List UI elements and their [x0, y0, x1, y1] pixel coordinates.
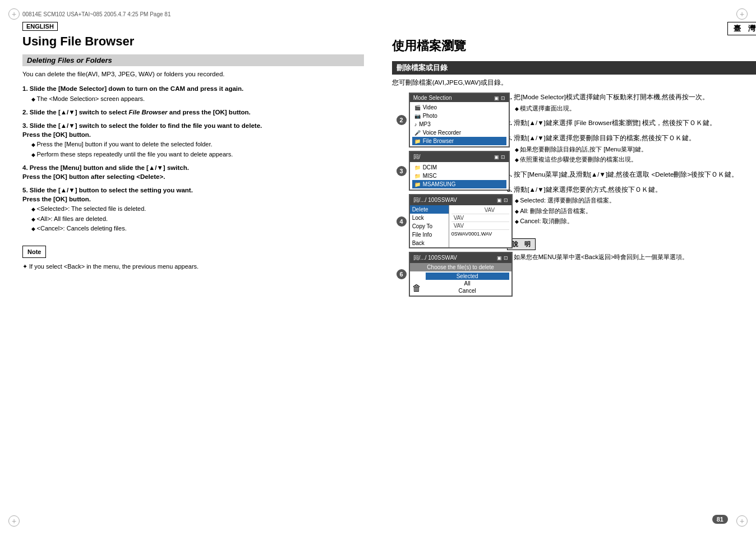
trash-icon: 🗑 — [412, 283, 421, 293]
step-3-bullets: Press the [Menu] button if you want to d… — [22, 140, 364, 159]
screen2-item-mp3: ♪ MP3 — [412, 120, 506, 128]
zh-step-3-bullets: 如果您要刪除該目錄的話,按下 [Menu菜單]鍵。 依照重複這些步驟使您要刪除的… — [507, 145, 756, 164]
file-option-wav3: VAV — [454, 223, 464, 229]
screen4-title: 回/.../ 100SSWAV — [413, 196, 457, 204]
delete-options: 🗑 Selected All Cancel — [410, 271, 511, 296]
taiwan-badge: 臺 灣 — [727, 22, 756, 35]
screen3-item-msamsung: MSAMSUNG — [412, 180, 506, 188]
screen3-icons: ▣ ⊡ — [494, 154, 505, 160]
zh-step-5-bullet-3: Cancel: 取消刪除。 — [515, 216, 756, 226]
file-option-wav2: VAV — [454, 215, 464, 221]
device-screen-3: 回/ ▣ ⊡ DCIM MISC — [409, 151, 510, 191]
screen3-item-misc: MISC — [412, 172, 506, 180]
file-name-display: 0SWAV0001.WAV — [451, 231, 509, 237]
file-option-wav1: VAV — [485, 207, 495, 213]
intro-text-en: You can delete the file(AVI, MP3, JPEG, … — [22, 70, 364, 79]
screen4-menu: Delete Lock Copy To File Info Back — [410, 205, 449, 247]
step-3-bullet-1: Press the [Menu] button if you want to d… — [31, 140, 364, 149]
screen6-icons: ▣ ⊡ — [497, 255, 508, 261]
menu-copyto: Copy To — [410, 222, 449, 230]
reg-mark-bl — [8, 515, 20, 527]
step-circle-4: 4 — [397, 216, 407, 227]
step-5-bullet-3: <Cancel>: Cancels deleting files. — [31, 224, 364, 233]
del-opt-all: All — [426, 280, 509, 287]
screen2-icons: ▣ ⊡ — [494, 95, 505, 101]
screen4-files: VAV VAV VAV 0SWAV0001.WAV — [449, 205, 511, 247]
step-2-en: 2. Slide the [▲/▼] switch to select File… — [22, 108, 364, 117]
file-option-3: VAV — [451, 222, 509, 230]
screen3-header: 回/ ▣ ⊡ — [410, 152, 509, 162]
step-4-en: 4. Press the [Menu] button and slide the… — [22, 163, 364, 181]
main-layout: ENGLISH Using File Browser Deleting File… — [22, 22, 734, 297]
page-container: 00814E SCM102 USA+TAI~085 2005.4.7 4:25 … — [0, 0, 756, 535]
step-3-extra: Press the [OK] button. — [22, 131, 91, 138]
zh-step-5-bullets: Selected: 選擇要刪除的語音檔案。 All: 刪除全部的語音檔案。 Ca… — [507, 196, 756, 226]
note-zh-container: 說 明 如果您在MENU菜單中選<Back返回>時會回到上一個菜單選項。 — [507, 234, 756, 262]
file-option-1: VAV — [451, 206, 509, 214]
middle-layout: 2 Mode Selection ▣ ⊡ 🎬 Video — [392, 93, 756, 297]
filebrowser-icon: 📁 — [414, 139, 421, 144]
step-3-en: 3. Slide the [▲/▼] switch to select the … — [22, 121, 364, 159]
page-number: 81 — [712, 515, 728, 524]
screen6-header: 回/.../ 100SSWAV ▣ ⊡ — [410, 253, 511, 263]
screen2-header: Mode Selection ▣ ⊡ — [410, 94, 509, 102]
photo-icon: 📷 — [414, 113, 421, 119]
step-3-bullet-2: Perform these steps repeatedly until the… — [31, 150, 364, 159]
reg-mark-br — [736, 515, 748, 527]
delete-screen-title: Choose the file(s) to delete — [410, 263, 511, 271]
screen2-body: 🎬 Video 📷 Photo ♪ MP3 🎤 Voice Recorder — [410, 102, 509, 146]
folder-msamsung-icon — [414, 181, 421, 187]
screen3-body: DCIM MISC MSAMSUNG — [410, 162, 509, 190]
step-circle-2: 2 — [397, 115, 407, 125]
zh-step-5-bullet-1: Selected: 選擇要刪除的語音檔案。 — [515, 196, 756, 205]
device-screen-2: Mode Selection ▣ ⊡ 🎬 Video 📷 Photo — [409, 93, 510, 147]
device-wrapper-3: 3 回/ ▣ ⊡ DCIM MISC — [409, 151, 496, 191]
zh-step-1-bullets: 模式選擇畫面出現。 — [507, 104, 756, 113]
top-meta: 00814E SCM102 USA+TAI~085 2005.4.7 4:25 … — [22, 11, 734, 17]
subtitle-zh: 刪除檔案或目錄 — [392, 61, 756, 75]
screen3-item-dcim: DCIM — [412, 163, 506, 172]
device-screen-4: 回/.../ 100SSWAV ▣ ⊡ Delete Lock Copy To … — [409, 194, 513, 248]
device-wrapper-6: 6 回/.../ 100SSWAV ▣ ⊡ Choose the file(s)… — [409, 252, 496, 297]
folder-dcim-icon — [414, 164, 421, 170]
note-content-zh: 如果您在MENU菜單中選<Back返回>時會回到上一個菜單選項。 — [507, 252, 756, 262]
screen2-item-voice: 🎤 Voice Recorder — [412, 128, 506, 137]
step-circle-3: 3 — [397, 166, 407, 176]
zh-step-1-bullet: 模式選擇畫面出現。 — [515, 104, 756, 113]
zh-step-3: 3. 滑動[▲/▼]鍵來選擇您要刪除目錄下的檔案,然後按下ＯＫ鍵。 如果您要刪除… — [507, 133, 756, 164]
step-2-bold: 2. Slide the [▲/▼] switch to select File… — [22, 109, 251, 116]
step-5-en: 5. Slide the [▲/▼] button to select the … — [22, 186, 364, 233]
device-screen-6: 回/.../ 100SSWAV ▣ ⊡ Choose the file(s) t… — [409, 252, 513, 297]
note-label-en: Note — [22, 246, 46, 258]
video-icon: 🎬 — [414, 105, 421, 110]
del-opt-cancel: Cancel — [426, 287, 509, 294]
step-circle-6: 6 — [397, 269, 407, 279]
step-5-bold: 5. Slide the [▲/▼] button to select the … — [22, 187, 193, 193]
step-1-bold: 1. Slide the [Mode Selector] down to tur… — [22, 85, 243, 92]
device-screens: 2 Mode Selection ▣ ⊡ 🎬 Video — [392, 93, 496, 297]
step-5-bullet-2: <All>: All files are deleted. — [31, 215, 364, 223]
screen4-body: Delete Lock Copy To File Info Back — [410, 205, 511, 247]
zh-step-5: 5. 滑動[▲/▼]鍵來選擇您要的方式,然後按下ＯＫ鍵。 Selected: 選… — [507, 185, 756, 226]
menu-delete: Delete — [410, 205, 449, 214]
zh-step-3-bullet-2: 依照重複這些步驟使您要刪除的檔案出現。 — [515, 155, 756, 164]
mp3-icon: ♪ — [414, 122, 417, 127]
device-wrapper-2: 2 Mode Selection ▣ ⊡ 🎬 Video — [409, 93, 496, 147]
zh-step-2: 2. 滑動[▲/▼]鍵來選擇 [File Browser檔案瀏覽] 模式，然後按… — [507, 118, 756, 128]
reg-mark-tl — [8, 8, 20, 20]
zh-step-3-bullet-1: 如果您要刪除該目錄的話,按下 [Menu菜單]鍵。 — [515, 145, 756, 154]
step-5-bullet-1: <Selected>: The selected file is deleted… — [31, 205, 364, 213]
screen2-title: Mode Selection — [413, 95, 452, 101]
screen2-item-photo: 📷 Photo — [412, 112, 506, 120]
note-content-en: If you select <Back> in the menu, the pr… — [22, 262, 364, 271]
reg-mark-tr — [736, 8, 748, 20]
screen3-title: 回/ — [413, 153, 421, 161]
step-4-extra: Press the [OK] button after selecting <D… — [22, 173, 165, 180]
step-3-bold: 3. Slide the [▲/▼] switch to select the … — [22, 122, 262, 129]
steps-list-en: 1. Slide the [Mode Selector] down to tur… — [22, 84, 364, 233]
left-column: ENGLISH Using File Browser Deleting File… — [22, 22, 364, 297]
step-1-bullets: The <Mode Selection> screen appears. — [22, 95, 364, 103]
file-option-2: VAV — [451, 214, 509, 222]
page-title-zh: 使用檔案瀏覽 — [392, 39, 727, 53]
zh-step-1: 1. 把[Mode Selector]模式選擇鍵向下板動來打開本機,然後再按一次… — [507, 93, 756, 113]
